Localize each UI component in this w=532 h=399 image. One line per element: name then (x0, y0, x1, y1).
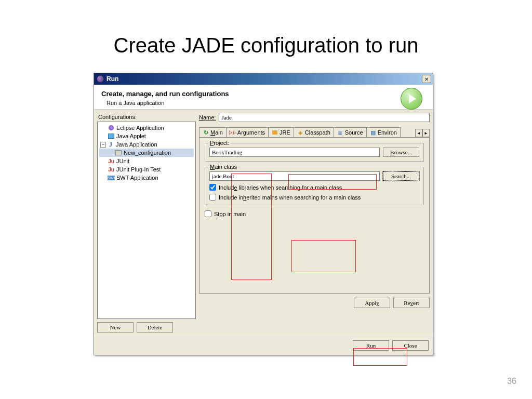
tab-label: Environ (378, 129, 397, 136)
tab-scroll-left[interactable]: ◄ (415, 129, 422, 137)
junit-plugin-icon: Ju (108, 166, 115, 173)
arguments-tab-icon: (x)= (230, 129, 236, 136)
tab-label: Main (210, 129, 223, 136)
include-inherited-checkbox[interactable] (209, 194, 216, 201)
configurations-tree[interactable]: Eclipse Application Java Applet − J Java… (97, 122, 196, 319)
mainclass-input[interactable] (209, 171, 380, 181)
junit-icon: Ju (108, 157, 115, 165)
collapse-icon[interactable]: − (100, 142, 106, 148)
tree-label: Java Applet (116, 133, 146, 139)
tab-arguments[interactable]: (x)= Arguments (226, 127, 269, 137)
dialog-header: Create, manage, and run configurations R… (94, 85, 433, 110)
applet-icon (108, 132, 115, 140)
tab-label: JRE (280, 129, 290, 136)
tree-label: JUnit (116, 158, 129, 164)
delete-button[interactable]: Delete (137, 322, 173, 332)
tab-classpath[interactable]: ◈ Classpath (294, 127, 334, 137)
include-inherited-label: Include inherited mains when searching f… (219, 194, 361, 201)
tree-item-eclipse-app[interactable]: Eclipse Application (99, 124, 194, 132)
slide-number: 36 (507, 377, 516, 386)
run-dialog: Run ✕ Create, manage, and run configurat… (94, 73, 433, 355)
tabstrip: ↻ Main (x)= Arguments JRE ◈ Classpath ≣ (199, 127, 430, 138)
include-libs-checkbox[interactable] (209, 184, 216, 191)
tree-item-new-config[interactable]: New_configuration (99, 149, 194, 157)
project-label: Project: (208, 140, 231, 146)
configurations-label: Configurations: (98, 114, 196, 120)
apply-button[interactable]: Apply (354, 298, 390, 308)
tab-label: Source (345, 129, 363, 136)
tab-content-main: Project: Browse... Main class Search... … (199, 138, 430, 294)
classpath-tab-icon: ◈ (297, 129, 303, 136)
mainclass-fieldset: Main class Search... Include libraries w… (205, 167, 424, 205)
close-icon[interactable]: ✕ (422, 75, 431, 83)
run-button[interactable]: Run (353, 340, 389, 351)
header-subtitle: Run a Java application (107, 100, 425, 106)
tab-label: Classpath (305, 129, 330, 136)
tab-label: Arguments (237, 129, 265, 136)
name-input[interactable] (219, 113, 430, 122)
stop-in-main-label: Stop in main (214, 211, 246, 217)
tab-scroll-right[interactable]: ► (422, 129, 430, 137)
eclipse-icon (97, 75, 104, 83)
revert-button[interactable]: Revert (393, 298, 430, 308)
config-icon (115, 149, 122, 156)
tab-source[interactable]: ≣ Source (334, 127, 367, 137)
header-title: Create, manage, and run configurations (101, 90, 425, 98)
tab-environment[interactable]: ▦ Environ (366, 127, 401, 137)
eclipse-app-icon (108, 124, 115, 131)
mainclass-label: Main class (208, 164, 238, 170)
slide-title: Create JADE configuration to run (0, 0, 532, 62)
tree-item-swt[interactable]: SWT SWT Application (99, 174, 194, 182)
stop-in-main-checkbox[interactable] (205, 210, 211, 217)
name-label: Name: (199, 114, 216, 121)
window-title: Run (107, 75, 422, 83)
close-button[interactable]: Close (392, 340, 429, 351)
source-tab-icon: ≣ (337, 129, 343, 136)
tree-item-junit[interactable]: Ju JUnit (99, 157, 194, 165)
jre-tab-icon (272, 129, 278, 136)
environment-tab-icon: ▦ (370, 129, 376, 136)
tree-item-junit-plugin[interactable]: Ju JUnit Plug-in Test (99, 165, 194, 174)
project-input[interactable] (209, 148, 380, 157)
new-button[interactable]: New (97, 322, 134, 332)
run-play-icon (401, 88, 422, 110)
titlebar[interactable]: Run ✕ (94, 73, 433, 85)
include-libs-label: Include libraries when searching for a m… (219, 184, 342, 191)
tab-main[interactable]: ↻ Main (199, 127, 227, 137)
tree-label: SWT Application (116, 175, 158, 181)
tree-label: JUnit Plug-in Test (116, 166, 161, 172)
search-button[interactable]: Search... (383, 171, 419, 181)
swt-icon: SWT (108, 174, 115, 181)
tab-jre[interactable]: JRE (268, 127, 294, 137)
tree-item-java-applet[interactable]: Java Applet (99, 132, 194, 140)
tree-label: Eclipse Application (116, 125, 164, 131)
main-tab-icon: ↻ (203, 129, 209, 136)
browse-button[interactable]: Browse... (383, 148, 419, 157)
tree-label: New_configuration (124, 150, 171, 156)
project-fieldset: Project: Browse... (205, 143, 424, 162)
java-icon: J (107, 141, 114, 148)
tree-item-java-app[interactable]: − J Java Application (99, 140, 194, 149)
tree-label: Java Application (116, 141, 157, 148)
